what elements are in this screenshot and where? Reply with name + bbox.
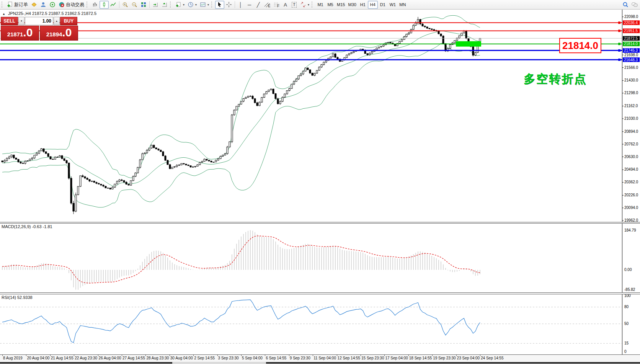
timeframe-m30-button[interactable]: M30 bbox=[346, 1, 358, 9]
bottom-scroll-strip[interactable] bbox=[0, 362, 640, 364]
time-axis-label: 26 Aug 04:00 bbox=[99, 356, 121, 360]
time-tick bbox=[122, 355, 122, 356]
candles bbox=[2, 17, 481, 214]
autotrading-icon bbox=[59, 2, 65, 8]
scroll-thumb[interactable] bbox=[172, 362, 266, 364]
mt4-window: 新订单 自动交易 bbox=[0, 0, 640, 364]
chart-shift-icon bbox=[162, 2, 168, 8]
svg-text:21872.5: 21872.5 bbox=[624, 36, 638, 41]
crosshair-button[interactable] bbox=[224, 1, 233, 9]
templates-icon bbox=[200, 2, 206, 8]
line-handle bbox=[618, 59, 620, 61]
line-chart-button[interactable] bbox=[109, 1, 118, 9]
svg-text:20630.0: 20630.0 bbox=[624, 155, 638, 159]
chart-style-button[interactable] bbox=[29, 1, 39, 9]
sell-button[interactable]: SELL bbox=[1, 17, 18, 25]
vertical-line-button[interactable]: │ bbox=[236, 1, 245, 9]
new-chart-button[interactable]: ▾ bbox=[174, 1, 186, 9]
toolbar-grip bbox=[211, 2, 214, 8]
text-button[interactable]: A bbox=[281, 1, 290, 9]
candlestick-chart-icon bbox=[101, 2, 107, 8]
timeframe-d1-button[interactable]: D1 bbox=[378, 1, 388, 9]
arrows-button[interactable]: ▾ bbox=[299, 1, 311, 9]
highlight-rectangle bbox=[456, 41, 481, 47]
time-tick bbox=[193, 355, 194, 356]
svg-text:20226.0: 20226.0 bbox=[624, 193, 638, 197]
bar-chart-button[interactable] bbox=[90, 1, 100, 9]
search-button[interactable] bbox=[621, 1, 630, 9]
buy-price-display[interactable]: 21894.0 bbox=[40, 26, 78, 41]
time-axis[interactable]: 8 Aug 201920 Aug 04:0021 Aug 14:5522 Aug… bbox=[0, 354, 640, 362]
svg-text:E: E bbox=[268, 4, 270, 8]
rsi-pane-canvas[interactable]: 1008050150 bbox=[0, 294, 640, 354]
volume-increase-button[interactable]: ▴ bbox=[54, 17, 60, 25]
time-tick bbox=[456, 355, 457, 356]
community-button[interactable] bbox=[39, 1, 48, 9]
volume-input[interactable] bbox=[25, 17, 53, 25]
buy-button[interactable]: BUY bbox=[60, 17, 77, 25]
time-axis-label: 12 Sep 14:55 bbox=[338, 356, 361, 360]
equidistant-channel-icon: E bbox=[264, 2, 270, 8]
new-order-button[interactable]: 新订单 bbox=[5, 1, 29, 9]
toolbar-grip bbox=[312, 2, 314, 8]
svg-text:-85.82: -85.82 bbox=[624, 287, 635, 292]
timeframe-m15-button[interactable]: M15 bbox=[335, 1, 346, 9]
zoom-in-button[interactable] bbox=[121, 1, 130, 9]
svg-text:80: 80 bbox=[624, 305, 629, 309]
rsi-indicator-label: RSI(14) 52.9338 bbox=[2, 295, 33, 300]
timeframe-w1-button[interactable]: W1 bbox=[388, 1, 398, 9]
collapse-triangle-icon[interactable]: ▲ bbox=[2, 12, 5, 16]
bollinger-band-line bbox=[2, 43, 480, 207]
svg-text:20094.0: 20094.0 bbox=[624, 206, 638, 210]
svg-text:21698.0: 21698.0 bbox=[624, 53, 638, 57]
horizontal-line-button[interactable]: ─ bbox=[245, 1, 254, 9]
svg-text:21648.3: 21648.3 bbox=[624, 58, 638, 62]
auto-scroll-button[interactable] bbox=[151, 1, 160, 9]
templates-button[interactable]: ▾ bbox=[198, 1, 211, 9]
time-axis-label: 23 Sep 04:00 bbox=[457, 356, 480, 360]
svg-text:21162.0: 21162.0 bbox=[624, 104, 638, 108]
candlestick-chart-button[interactable] bbox=[100, 1, 109, 9]
svg-text:20362.0: 20362.0 bbox=[624, 180, 638, 184]
scroll-segment bbox=[266, 362, 640, 364]
text-label-button[interactable]: T bbox=[290, 1, 299, 9]
volume-decrease-button[interactable]: ▾ bbox=[18, 17, 24, 25]
trendline-icon: ╱ bbox=[257, 2, 260, 7]
sell-price-display[interactable]: 21871.0 bbox=[1, 26, 39, 41]
time-axis-label: 24 Sep 14:55 bbox=[481, 356, 504, 360]
fibonacci-button[interactable]: F bbox=[272, 1, 281, 9]
time-tick bbox=[265, 355, 265, 356]
timeframe-h1-button[interactable]: H1 bbox=[358, 1, 368, 9]
time-axis-label: 27 Aug 14:55 bbox=[122, 356, 145, 360]
time-axis-label: 28 Aug 23:30 bbox=[146, 356, 169, 360]
tile-windows-button[interactable] bbox=[139, 1, 148, 9]
timeframe-mn-button[interactable]: MN bbox=[398, 1, 408, 9]
macd-pane-canvas[interactable]: 184.790.00-85.82 bbox=[0, 224, 640, 292]
svg-text:184.79: 184.79 bbox=[624, 228, 636, 232]
chat-button[interactable] bbox=[630, 1, 639, 9]
svg-text:20494.0: 20494.0 bbox=[624, 167, 638, 171]
time-tick bbox=[384, 355, 385, 356]
chart-shift-button[interactable] bbox=[160, 1, 169, 9]
timeframe-m5-button[interactable]: M5 bbox=[325, 1, 335, 9]
chinese-annotation-text[interactable]: 多空转折点 bbox=[524, 71, 587, 87]
equidistant-channel-button[interactable]: E bbox=[263, 1, 272, 9]
svg-text:22098.0: 22098.0 bbox=[624, 15, 638, 19]
timeframe-h4-button[interactable]: H4 bbox=[368, 1, 378, 9]
vertical-line-icon: │ bbox=[239, 2, 242, 7]
svg-text:21566.0: 21566.0 bbox=[624, 65, 638, 70]
svg-text:21030.0: 21030.0 bbox=[624, 116, 638, 121]
cursor-button[interactable] bbox=[215, 1, 224, 9]
zoom-out-button[interactable] bbox=[130, 1, 139, 9]
timeframe-m1-button[interactable]: M1 bbox=[315, 1, 325, 9]
price-callout-label[interactable]: 21814.0 bbox=[559, 38, 601, 53]
main-chart-canvas[interactable]: 22098.021698.021566.021430.021298.021162… bbox=[0, 10, 640, 222]
signals-button[interactable] bbox=[48, 1, 57, 9]
autotrading-button[interactable]: 自动交易 bbox=[57, 1, 86, 9]
text-label-icon: T bbox=[292, 2, 297, 8]
svg-text:0.00: 0.00 bbox=[624, 268, 632, 272]
time-tick bbox=[241, 355, 242, 356]
svg-text:50: 50 bbox=[624, 322, 629, 326]
periods-button[interactable]: ▾ bbox=[186, 1, 198, 9]
trendline-button[interactable]: ╱ bbox=[254, 1, 263, 9]
